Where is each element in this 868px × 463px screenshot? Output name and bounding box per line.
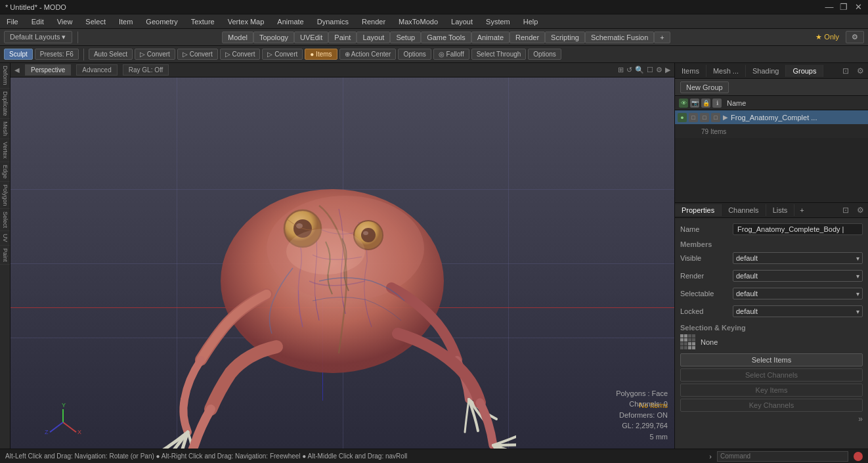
sidebar-tab-deform[interactable]: Deform [0,63,10,89]
menu-file[interactable]: File [4,16,21,27]
sidebar-tab-duplicate[interactable]: Duplicate [0,89,10,120]
viewport-settings-icon[interactable]: ⚙ [656,66,662,74]
panel-tab-shading[interactable]: Shading [746,65,786,77]
default-layouts-button[interactable]: Default Layouts ▾ [4,31,72,43]
panel-tab-items[interactable]: Items [675,65,706,77]
convert-button-4[interactable]: ▷ Convert [262,49,303,60]
groups-list[interactable]: ● □ □ □ ▶ Frog_Anatomy_Complet ... 79 It… [675,110,868,202]
sidebar-tab-paint[interactable]: Paint [0,246,10,265]
select-through-button[interactable]: Select Through [471,49,527,60]
mode-tab-add[interactable]: + [654,32,670,43]
menu-system[interactable]: System [483,16,513,27]
sidebar-tab-polygon[interactable]: Polygon [0,182,10,209]
statusbar-arrow[interactable]: › [709,452,712,460]
eye-column-icon[interactable]: 👁 [679,99,688,108]
presets-button[interactable]: Presets: F6 [35,49,79,60]
group-cam-icon[interactable]: □ [689,113,698,122]
mode-tab-topology[interactable]: Topology [253,32,294,43]
menu-animate[interactable]: Animate [274,16,306,27]
toolbar: Sculpt Presets: F6 Auto Select ▷ Convert… [0,46,868,63]
action-center-button[interactable]: ⊕ Action Center [339,49,397,60]
panel-expand-button[interactable]: ⊡ [838,64,853,77]
panel-tab-mesh[interactable]: Mesh ... [706,65,746,77]
render-select[interactable]: default ▾ [733,270,863,282]
viewport-frame-icon[interactable]: ☐ [647,66,653,74]
lock-column-icon[interactable]: 🔒 [701,99,710,108]
mode-tab-animate[interactable]: Animate [471,32,510,43]
menu-maxtomodo[interactable]: MaxToModo [396,16,441,27]
viewport-tab-perspective[interactable]: Perspective [25,64,71,76]
maximize-button[interactable]: ❐ [839,2,848,12]
menu-help[interactable]: Help [521,16,541,27]
menu-layout[interactable]: Layout [448,16,475,27]
info-column-icon[interactable]: ℹ [712,99,722,108]
group-item[interactable]: ● □ □ □ ▶ Frog_Anatomy_Complet ... [675,110,868,125]
group-eye-icon[interactable]: ● [678,113,687,122]
options-button-1[interactable]: Options [398,49,431,60]
convert-button-1[interactable]: ▷ Convert [135,49,175,60]
falloff-button[interactable]: ◎ Falloff [433,49,469,60]
viewport-tab-advanced[interactable]: Advanced [76,64,117,76]
select-items-button[interactable]: Select Items [680,353,863,366]
close-button[interactable]: ✕ [854,2,863,12]
prop-settings-button[interactable]: ⚙ [853,204,868,217]
sidebar-tab-vertex[interactable]: Vertex [0,139,10,162]
mode-tab-paint[interactable]: Paint [328,32,357,43]
new-group-button[interactable]: New Group [680,81,729,93]
prop-tab-add[interactable]: + [794,204,809,216]
items-button[interactable]: ● Items [305,49,337,60]
render-property-row: Render default ▾ [680,269,863,283]
panel-settings-button[interactable]: ⚙ [853,64,868,77]
menu-edit[interactable]: Edit [29,16,47,27]
prop-expand-button[interactable]: ⊡ [838,204,853,217]
auto-select-button[interactable]: Auto Select [89,49,133,60]
menu-texture[interactable]: Texture [188,16,217,27]
menu-geometry[interactable]: Geometry [143,16,180,27]
minimize-button[interactable]: — [825,2,834,12]
menu-vertex-map[interactable]: Vertex Map [225,16,267,27]
viewport-reset-icon[interactable]: ↺ [626,66,632,74]
star-only-button[interactable]: ★ Only [812,32,843,43]
viewport-grid-icon[interactable]: ⊞ [618,66,624,74]
visible-select[interactable]: default ▾ [733,252,863,264]
camera-column-icon[interactable]: 📷 [690,99,699,108]
sidebar-tab-select[interactable]: Select [0,209,10,231]
convert-button-2[interactable]: ▷ Convert [177,49,218,60]
mode-tab-layout[interactable]: Layout [357,32,390,43]
sculpt-button[interactable]: Sculpt [4,49,33,60]
prop-tab-properties[interactable]: Properties [675,204,722,216]
menu-select[interactable]: Select [83,16,108,27]
prop-tab-channels[interactable]: Channels [722,204,766,216]
selectable-select[interactable]: default ▾ [733,288,863,299]
mode-tab-uvedit[interactable]: UVEdit [294,32,328,43]
mode-tab-render[interactable]: Render [510,32,545,43]
menu-view[interactable]: View [54,16,76,27]
options-button-2[interactable]: Options [528,49,561,60]
panel-tab-groups[interactable]: Groups [786,65,823,77]
viewport[interactable]: ◀ Perspective Advanced Ray GL: Off ⊞ ↺ 🔍… [11,63,674,449]
mode-tab-setup[interactable]: Setup [390,32,421,43]
prop-tab-lists[interactable]: Lists [766,204,795,216]
menu-item[interactable]: Item [116,16,135,27]
viewport-toggle[interactable]: ◀ [14,66,20,74]
group-info-icon[interactable]: □ [711,113,720,122]
name-property-value[interactable]: Frog_Anatomy_Complete_Body | [733,223,863,235]
mode-tab-game-tools[interactable]: Game Tools [421,32,471,43]
group-lock-icon[interactable]: □ [700,113,709,122]
mode-tab-schematic[interactable]: Schematic Fusion [585,32,654,43]
viewport-tab-ray[interactable]: Ray GL: Off [123,64,169,76]
locked-select[interactable]: default ▾ [733,305,863,317]
viewport-zoom-icon[interactable]: 🔍 [635,66,644,74]
mode-tab-model[interactable]: Model [222,32,253,43]
mode-tab-scripting[interactable]: Scripting [545,32,585,43]
menu-dynamics[interactable]: Dynamics [315,16,351,27]
layout-settings-button[interactable]: ⚙ [846,31,864,43]
sidebar-tab-uv[interactable]: UV [0,231,10,246]
viewport-play-icon[interactable]: ▶ [665,66,670,74]
sidebar-tab-edge[interactable]: Edge [0,162,10,182]
command-input[interactable] [717,451,848,462]
menu-render[interactable]: Render [359,16,388,27]
viewport-canvas[interactable]: X Y Z No Items Polygons : Face Channels:… [11,77,674,449]
sidebar-tab-mesh[interactable]: Mesh [0,119,10,139]
convert-button-3[interactable]: ▷ Convert [220,49,261,60]
